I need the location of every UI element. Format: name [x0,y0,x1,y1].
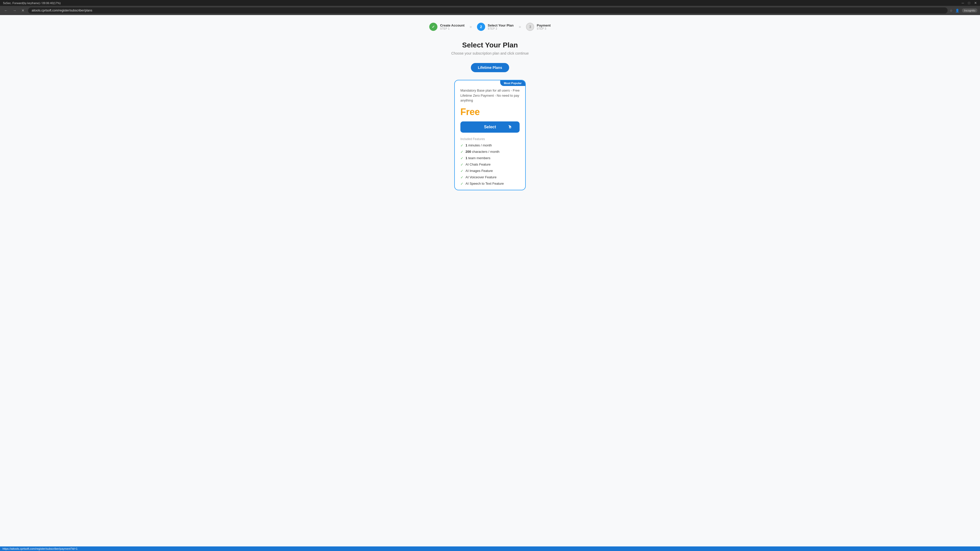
bookmark-icon[interactable]: ☆ [950,9,953,13]
feature-text-2: 1 team members [466,156,490,160]
most-popular-badge: Most Popular [500,80,525,86]
incognito-badge: Incognito [962,8,977,13]
feature-text-4: AI Images Feature [466,169,493,173]
features-label: Included Features [460,137,520,141]
browser-title-bar: 5sSec. Forward(by keyframe) / 09:06:40(1… [0,0,980,6]
page-title: Select Your Plan [5,41,975,49]
step-2-name: Select Your Plan [488,24,514,27]
step-1-info: Create Account STEP 1 [440,24,465,30]
step-3-info: Payment STEP 3 [537,24,550,30]
address-bar-row: ← → ✕ ☆ 👤 Incognito [0,6,980,15]
step-2-circle: 2 [477,23,485,31]
status-bar: https://aitools.cprtsoft.com/register/su… [0,546,980,551]
feature-item-6: ✓ AI Speech to Text Feature [460,182,520,186]
step-3: 3 Payment STEP 3 [526,23,550,31]
browser-title: 5sSec. Forward(by keyframe) / 09:06:40(1… [3,2,61,5]
step-2: 2 Select Your Plan STEP 2 [477,23,514,31]
lifetime-plans-button[interactable]: Lifetime Plans [471,63,509,72]
feature-item-1: ✓ 200 characters / month [460,150,520,154]
step-3-name: Payment [537,24,550,27]
check-icon-4: ✓ [460,169,463,173]
step-2-info: Select Your Plan STEP 2 [488,24,514,30]
window-controls[interactable]: ─ □ ✕ [962,1,977,5]
page-content: ✓ Create Account STEP 1 » 2 Select Your … [0,15,980,546]
check-icon-2: ✓ [460,156,463,160]
reload-button[interactable]: ✕ [20,8,26,13]
profile-icon[interactable]: 👤 [955,9,959,13]
check-icon-1: ✓ [460,150,463,154]
feature-item-0: ✓ 1 minutes / month [460,143,520,148]
feature-item-3: ✓ AI Chats Feature [460,162,520,167]
plan-card-body: Mandatory Base plan for all users - Free… [455,80,525,190]
address-input[interactable] [28,7,948,14]
feature-text-1: 200 characters / month [466,150,500,154]
main-heading: Select Your Plan Choose your subscriptio… [0,36,980,58]
steps-wizard: ✓ Create Account STEP 1 » 2 Select Your … [0,15,980,36]
check-icon-5: ✓ [460,175,463,179]
check-icon-3: ✓ [460,162,463,167]
select-button[interactable]: Select 🖱 [460,121,520,133]
step-1-circle: ✓ [429,23,438,31]
status-url: https://aitools.cprtsoft.com/register/su… [3,547,78,550]
back-button[interactable]: ← [3,8,9,13]
feature-item-5: ✓ AI Voiceover Feature [460,175,520,179]
address-icons: ☆ 👤 Incognito [950,8,977,13]
step-arrow-2: » [519,24,521,29]
step-2-label: STEP 2 [488,27,514,30]
feature-text-6: AI Speech to Text Feature [466,182,504,186]
plan-description: Mandatory Base plan for all users - Free… [460,88,520,103]
step-3-circle: 3 [526,23,534,31]
step-1-name: Create Account [440,24,465,27]
page-subtitle: Choose your subscription plan and click … [5,51,975,56]
minimize-icon[interactable]: ─ [962,1,964,5]
feature-item-2: ✓ 1 team members [460,156,520,160]
step-3-label: STEP 3 [537,27,550,30]
step-1: ✓ Create Account STEP 1 [429,23,465,31]
feature-text-3: AI Chats Feature [466,162,490,166]
cursor-indicator: 🖱 [508,125,512,129]
toggle-area: Lifetime Plans [0,58,980,77]
feature-text-0: 1 minutes / month [466,143,492,147]
plan-price: Free [460,106,520,118]
maximize-icon[interactable]: □ [968,1,970,5]
check-icon-0: ✓ [460,143,463,148]
step-arrow-1: » [469,24,472,29]
feature-list: ✓ 1 minutes / month ✓ 200 characters / m… [460,143,520,186]
plans-area: Most Popular Mandatory Base plan for all… [0,77,980,193]
forward-button[interactable]: → [11,8,18,13]
plan-card-free: Most Popular Mandatory Base plan for all… [454,80,526,190]
feature-item-4: ✓ AI Images Feature [460,169,520,173]
close-icon[interactable]: ✕ [974,1,977,5]
feature-text-5: AI Voiceover Feature [466,175,496,179]
check-icon-6: ✓ [460,182,463,186]
step-1-label: STEP 1 [440,27,465,30]
